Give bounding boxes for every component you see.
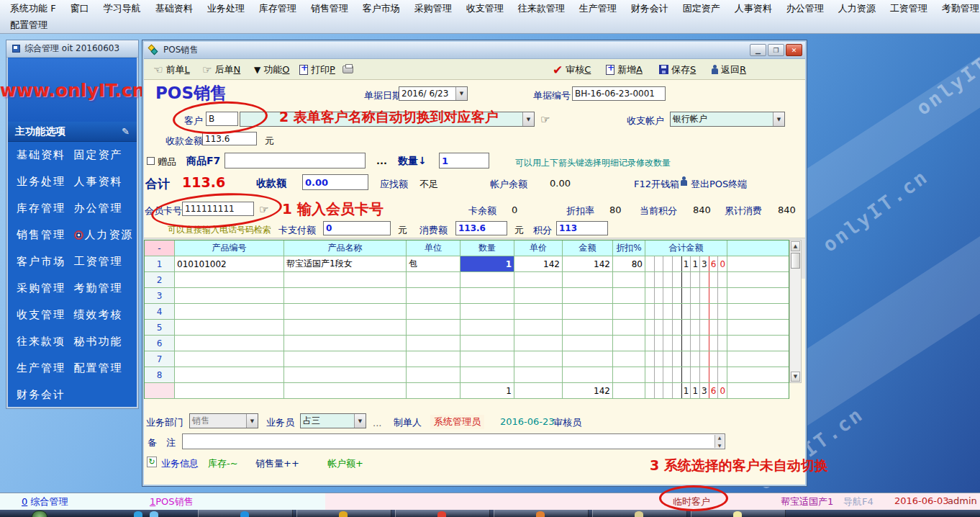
- table-cell[interactable]: [727, 256, 789, 271]
- table-cell[interactable]: 142: [514, 256, 563, 271]
- table-cell[interactable]: 1: [460, 256, 514, 271]
- account-combobox[interactable]: 银行帐户▼: [670, 112, 785, 127]
- table-cell[interactable]: [514, 336, 563, 351]
- menu-item-办公管理[interactable]: 办公管理: [779, 1, 831, 17]
- table-cell[interactable]: [514, 288, 563, 303]
- table-cell[interactable]: [645, 336, 727, 351]
- table-cell[interactable]: [514, 272, 563, 287]
- table-cell[interactable]: 包: [407, 256, 460, 271]
- table-cell[interactable]: 7: [145, 351, 175, 367]
- table-cell[interactable]: [645, 367, 727, 382]
- taskbar-button[interactable]: [691, 510, 786, 517]
- table-cell[interactable]: 142: [563, 383, 613, 398]
- close-button[interactable]: ✕: [786, 44, 802, 56]
- date-combobox[interactable]: 2016/ 6/23▼: [399, 86, 468, 101]
- table-cell[interactable]: 80: [613, 256, 645, 271]
- pos-titlebar[interactable]: POS销售 ▁ ❐ ✕: [144, 42, 805, 59]
- table-cell[interactable]: [563, 336, 613, 351]
- points2-input[interactable]: [556, 221, 608, 235]
- table-cell[interactable]: [727, 336, 789, 351]
- column-header-产品名称[interactable]: 产品名称: [284, 240, 407, 256]
- table-cell[interactable]: [727, 288, 789, 303]
- sidebar-item-收支管理[interactable]: 收支管理: [8, 308, 73, 322]
- table-cell[interactable]: [727, 272, 789, 287]
- table-cell[interactable]: 3: [145, 288, 175, 303]
- menu-item-销售管理[interactable]: 销售管理: [304, 1, 355, 17]
- switch-pos-window[interactable]: 1POS销售: [150, 495, 194, 508]
- column-header-数量[interactable]: 数量: [460, 240, 514, 256]
- sidebar-item-往来款项[interactable]: 往来款项: [8, 335, 73, 349]
- table-cell[interactable]: [613, 288, 645, 303]
- table-cell[interactable]: [460, 272, 514, 287]
- column-header-折扣%[interactable]: 折扣%: [613, 240, 645, 256]
- table-cell[interactable]: [284, 367, 407, 382]
- sales-volume-link[interactable]: 销售量++: [255, 457, 299, 470]
- stock-link[interactable]: 库存-~: [208, 457, 238, 470]
- table-cell[interactable]: [514, 351, 563, 367]
- taskbar-button[interactable]: [296, 510, 391, 517]
- table-cell[interactable]: [407, 288, 460, 303]
- table-cell[interactable]: [145, 383, 175, 398]
- chevron-down-icon[interactable]: ▼: [522, 112, 534, 126]
- taskbar-button[interactable]: [395, 510, 490, 517]
- sidebar-item-绩效考核[interactable]: 绩效考核: [73, 308, 137, 322]
- table-cell[interactable]: 5: [145, 320, 175, 335]
- hand-pointer-icon[interactable]: ☞: [540, 113, 550, 126]
- table-cell[interactable]: [407, 383, 460, 398]
- table-cell[interactable]: [613, 272, 645, 287]
- refresh-icon[interactable]: ↻: [147, 457, 157, 467]
- table-cell[interactable]: 010101002: [175, 256, 284, 271]
- hand-left-button[interactable]: ☜前单L: [153, 59, 190, 80]
- menu-item-业务处理[interactable]: 业务处理: [200, 1, 252, 17]
- taskbar-quicklaunch-icon[interactable]: [150, 511, 158, 517]
- table-cell[interactable]: [563, 320, 613, 335]
- table-cell[interactable]: [460, 336, 514, 351]
- table-cell[interactable]: [727, 320, 789, 335]
- business-info-link[interactable]: 业务信息: [161, 457, 199, 470]
- dept-combobox[interactable]: 销售▼: [189, 413, 258, 428]
- table-cell[interactable]: 11360: [645, 256, 727, 271]
- table-cell[interactable]: [645, 288, 727, 303]
- scroll-up-icon[interactable]: ▲: [791, 241, 800, 251]
- table-row-empty[interactable]: 6: [145, 336, 789, 351]
- table-cell[interactable]: [727, 383, 789, 398]
- table-row-empty[interactable]: 5: [145, 320, 789, 336]
- chevron-down-icon[interactable]: ▼: [354, 414, 366, 428]
- person-exit-button[interactable]: 返回R: [712, 59, 746, 80]
- menu-item-客户市场[interactable]: 客户市场: [355, 1, 407, 17]
- gift-checkbox[interactable]: [147, 157, 155, 165]
- logout-pos-link[interactable]: 登出POS终端: [691, 178, 747, 191]
- table-cell[interactable]: 8: [145, 367, 175, 382]
- product-input[interactable]: [224, 153, 366, 168]
- menu-item-采购管理[interactable]: 采购管理: [407, 1, 459, 17]
- switch-main-window[interactable]: 0 综合管理: [22, 495, 68, 508]
- column-header-合计金额[interactable]: 合计金额: [645, 240, 727, 256]
- taskbar-button[interactable]: [592, 510, 687, 517]
- table-cell[interactable]: [645, 304, 727, 319]
- table-cell[interactable]: [645, 351, 727, 367]
- table-cell[interactable]: 1: [460, 383, 514, 398]
- sidebar-item-工资管理[interactable]: 工资管理: [73, 255, 137, 269]
- table-row-empty[interactable]: 3: [145, 288, 789, 304]
- sidebar-item-采购管理[interactable]: 采购管理: [8, 282, 73, 295]
- table-cell[interactable]: [563, 367, 613, 382]
- table-cell[interactable]: [645, 272, 727, 287]
- minimize-button[interactable]: ▁: [750, 44, 766, 56]
- sidebar-titlebar[interactable]: 综合管理 oit 20160603: [6, 40, 138, 58]
- table-cell[interactable]: [514, 304, 563, 319]
- column-header-单位[interactable]: 单位: [407, 240, 460, 256]
- table-row-empty[interactable]: 7: [145, 351, 789, 367]
- table-cell[interactable]: [613, 351, 645, 367]
- table-cell[interactable]: [284, 288, 407, 303]
- menu-item-基础资料[interactable]: 基础资料: [148, 1, 200, 17]
- hand-right-button[interactable]: ☞后单N: [202, 59, 240, 80]
- spinner-icon[interactable]: ▲▼: [714, 435, 724, 448]
- chevron-down-icon[interactable]: ▼: [455, 87, 467, 100]
- table-cell[interactable]: [613, 336, 645, 351]
- menu-item-系统功能 F[interactable]: 系统功能 F: [3, 1, 63, 17]
- table-cell[interactable]: [407, 336, 460, 351]
- nav-f4-label[interactable]: 导航F4: [843, 495, 874, 508]
- table-cell[interactable]: [407, 367, 460, 382]
- table-cell[interactable]: [460, 320, 514, 335]
- menu-item-配置管理[interactable]: 配置管理: [3, 17, 55, 33]
